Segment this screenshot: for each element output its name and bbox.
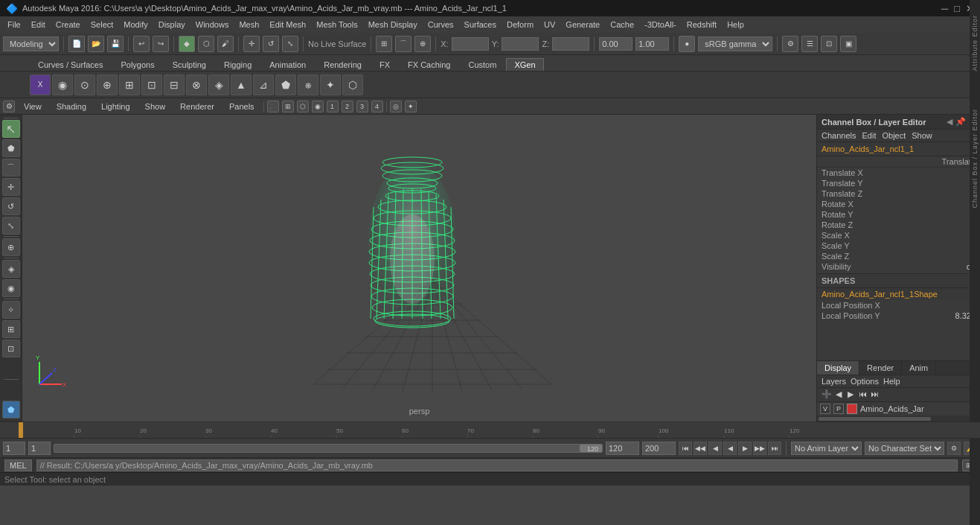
cb-menu-show[interactable]: Show: [912, 131, 932, 140]
command-input-area[interactable]: // Result: C:/Users/a y/Desktop/Amino_Ac…: [36, 459, 958, 471]
menu-curves[interactable]: Curves: [423, 19, 458, 31]
show-menu[interactable]: Show: [139, 101, 172, 112]
grid-button[interactable]: ⊞: [282, 101, 294, 112]
layer-row[interactable]: V P Amino_Acids_Jar: [817, 402, 980, 416]
menu-help[interactable]: Help: [723, 19, 749, 31]
display-settings-button[interactable]: ☰: [801, 36, 818, 52]
max-frame-input[interactable]: [642, 442, 676, 455]
cb-attr-visibility[interactable]: Visibility on: [817, 261, 980, 272]
menu-3dto[interactable]: -3DtoAll-: [640, 19, 681, 31]
menu-file[interactable]: File: [3, 19, 25, 31]
cb-attr-translate-y[interactable]: Translate Y 0: [817, 178, 980, 188]
paint-select-tool[interactable]: ⬟: [2, 139, 20, 157]
cb-attr-scale-z[interactable]: Scale Z 1: [817, 251, 980, 261]
layer-icon-first[interactable]: ⏮: [857, 389, 868, 400]
shelf-icon-11[interactable]: ⊿: [253, 74, 274, 95]
next-frame-button[interactable]: ▶▶: [753, 442, 766, 455]
maximize-button[interactable]: □: [954, 3, 960, 14]
shelf-tab-animation[interactable]: Animation: [261, 58, 314, 71]
shelf-tab-sculpting[interactable]: Sculpting: [164, 58, 214, 71]
shelf-tab-curves[interactable]: Curves / Surfaces: [30, 58, 111, 71]
view-menu[interactable]: View: [18, 101, 48, 112]
layer-icon-prev[interactable]: ◀: [833, 389, 844, 400]
xgen-tool[interactable]: ⬟: [2, 401, 20, 419]
gamma-selector[interactable]: sRGB gamma: [698, 36, 772, 51]
channel-box-label-strip[interactable]: Channel Box / Layer Editor: [971, 109, 979, 209]
render-settings-button[interactable]: ⚙: [782, 36, 798, 52]
frame-slider[interactable]: 120: [54, 444, 603, 453]
display-mode-2[interactable]: 2: [342, 101, 353, 112]
cb-collapse-btn[interactable]: ◀: [947, 117, 952, 127]
cb-attr-translate-z[interactable]: Translate Z 0: [817, 188, 980, 199]
menu-edit-mesh[interactable]: Edit Mesh: [265, 19, 310, 31]
shelf-icon-10[interactable]: ▲: [231, 74, 252, 95]
shelf-icon-4[interactable]: ⊕: [97, 74, 118, 95]
layer-icon-next[interactable]: ▶: [845, 389, 856, 400]
undo-button[interactable]: ↩: [133, 36, 150, 52]
cb-attr-scale-y[interactable]: Scale Y 1: [817, 241, 980, 251]
cb-attr-rotate-y[interactable]: Rotate Y 0: [817, 209, 980, 220]
scale-tool-left[interactable]: ⤡: [2, 217, 20, 235]
sculpt-tool[interactable]: ✧: [2, 301, 20, 319]
shelf-icon-7[interactable]: ⊟: [164, 74, 185, 95]
shelf-tab-fx[interactable]: FX: [371, 58, 398, 71]
lighting-menu[interactable]: Lighting: [95, 101, 136, 112]
snap-point-button[interactable]: ⊕: [414, 36, 431, 52]
select-tool[interactable]: ◆: [179, 36, 195, 52]
attr-editor-label[interactable]: Attribute Editor: [971, 15, 979, 71]
cb-attr-translate-x[interactable]: Translate X 0: [817, 168, 980, 178]
shelf-tab-custom[interactable]: Custom: [461, 58, 505, 71]
frame-current-input[interactable]: [28, 442, 51, 455]
menu-display[interactable]: Display: [154, 19, 190, 31]
options-menu[interactable]: Options: [851, 377, 879, 386]
char-settings-button[interactable]: ⚙: [947, 442, 961, 455]
tab-render[interactable]: Render: [859, 361, 902, 375]
shelf-icon-6[interactable]: ⊡: [141, 74, 162, 95]
soft-select[interactable]: ◉: [2, 279, 20, 297]
cb-attr-rotate-x[interactable]: Rotate X 0: [817, 199, 980, 209]
z-input[interactable]: [552, 37, 589, 51]
tab-display[interactable]: Display: [817, 361, 859, 375]
rotate-tool-left[interactable]: ↺: [2, 197, 20, 215]
shelf-icon-2[interactable]: ◉: [52, 74, 73, 95]
cb-pin-btn[interactable]: 📌: [955, 117, 966, 127]
smooth-button[interactable]: ◉: [312, 101, 324, 112]
quick-layout[interactable]: ⊞: [2, 320, 20, 338]
menu-cache[interactable]: Cache: [606, 19, 638, 31]
panels-menu[interactable]: Panels: [223, 101, 260, 112]
menu-surfaces[interactable]: Surfaces: [460, 19, 501, 31]
show-manipulator[interactable]: ◈: [2, 260, 20, 278]
display-mode-1[interactable]: 1: [327, 101, 339, 112]
lasso-select-tool[interactable]: ⌒: [2, 159, 20, 176]
paint-tool[interactable]: 🖌: [217, 36, 234, 52]
viewport[interactable]: X Y Z persp: [22, 115, 816, 421]
shading-menu[interactable]: Shading: [51, 101, 92, 112]
shelf-icon-5[interactable]: ⊞: [119, 74, 140, 95]
extra-button[interactable]: ⊡: [821, 36, 837, 52]
shelf-icon-12[interactable]: ⬟: [275, 74, 296, 95]
shelf-tab-xgen[interactable]: XGen: [506, 58, 543, 71]
renderer-menu[interactable]: Renderer: [174, 101, 220, 112]
cb-attr-rotate-z[interactable]: Rotate Z 0: [817, 220, 980, 230]
view-settings-btn[interactable]: ⚙: [3, 101, 15, 112]
select-tool-left[interactable]: ↖: [2, 120, 20, 138]
play-backward-button[interactable]: ▶: [723, 442, 737, 455]
xray-button[interactable]: ✦: [405, 101, 417, 112]
redo-button[interactable]: ↪: [153, 36, 169, 52]
char-set-selector[interactable]: No Character Set: [865, 442, 944, 455]
move-tool-left[interactable]: ✛: [2, 178, 20, 196]
menu-select[interactable]: Select: [86, 19, 118, 31]
shelf-icon-3[interactable]: ⊙: [74, 74, 95, 95]
shelf-icon-8[interactable]: ⊗: [186, 74, 207, 95]
camera-button[interactable]: 🎥: [267, 101, 279, 112]
last-tool[interactable]: ⊡: [2, 340, 20, 357]
cb-attr-scale-x[interactable]: Scale X 1: [817, 230, 980, 241]
range-end-input[interactable]: [606, 442, 639, 455]
cb-attr-local-pos-y[interactable]: Local Position Y 8.323: [817, 311, 980, 321]
play-forward-button[interactable]: ▶: [738, 442, 752, 455]
cb-hscrollbar-track[interactable]: [817, 416, 980, 421]
anim-layer-selector[interactable]: No Anim Layer: [791, 442, 862, 455]
display-mode-3[interactable]: 3: [356, 101, 368, 112]
snap-grid-button[interactable]: ⊞: [376, 36, 392, 52]
go-start-button[interactable]: ⏮: [679, 442, 692, 455]
